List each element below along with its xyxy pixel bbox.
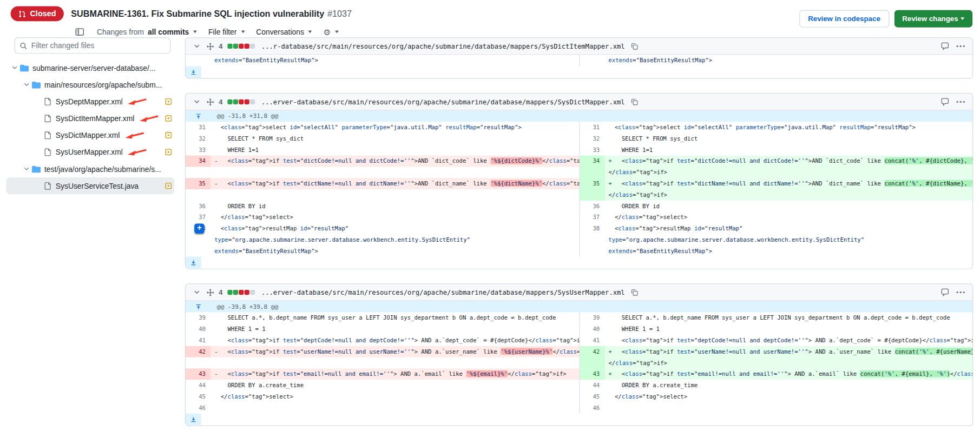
file-icon [44,131,52,140]
line-number[interactable]: 44 [580,380,604,391]
chevron-down-icon [241,31,245,34]
expand-down-button[interactable] [186,257,201,269]
comment-toggle-button[interactable] [939,41,951,51]
line-number[interactable]: 40 [186,323,211,335]
expand-down-button[interactable] [186,66,201,78]
line-number[interactable]: 37 [186,212,211,223]
code-line: SELECT * FROM sys_dict [214,133,579,144]
line-number[interactable]: 45 [186,391,211,402]
line-number[interactable]: 32 [186,133,211,144]
tree-file-sysdictitemmapper-xml[interactable]: SysDictItemMapper.xml [6,110,175,127]
line-number[interactable]: 43 [186,368,211,380]
diff-settings-dropdown[interactable]: ⚙ [324,27,339,36]
line-number[interactable]: 46 [580,402,604,414]
expand-hunk-button[interactable] [186,301,211,313]
line-number[interactable]: 35 [580,178,604,201]
tree-file-sysuserservicetest-java[interactable]: SysUserServiceTest.java [6,177,175,194]
line-number[interactable]: 34 [186,156,211,167]
line-number[interactable]: +38 [186,223,211,256]
expand-down-icon [190,259,197,266]
line-number[interactable]: 43 [580,368,604,380]
line-number[interactable]: 40 [580,323,604,335]
line-number[interactable]: 35 [186,178,211,189]
line-number[interactable]: 31 [580,122,604,133]
line-number[interactable]: 36 [186,201,211,212]
diff-row: 39 SELECT a.*, b.dept_name FROM sys_user… [186,312,972,323]
tree-folder-submarine-server-server-database[interactable]: submarine-server/server-database/... [6,59,175,76]
file-options-button[interactable] [955,44,966,48]
line-number[interactable]: 44 [186,380,211,391]
conversations-dropdown[interactable]: Conversations [256,28,312,36]
line-number[interactable]: 37 [580,212,604,223]
line-number[interactable] [186,55,211,67]
file-options-button[interactable] [955,290,966,294]
file-tree-toggle-button[interactable] [74,27,85,37]
diff-row: 33 WHERE 1=133 WHERE 1=1 [186,144,972,156]
drag-handle[interactable] [206,98,214,106]
tree-folder-main-resources-org-apache-subm[interactable]: main/resources/org/apache/subm... [6,76,175,93]
diff-row: +38 <class="tag">resultMap id="resultMap… [186,223,972,256]
comment-toggle-button[interactable] [939,287,951,297]
annotation-arrow-icon [138,114,159,122]
line-number[interactable]: 41 [580,335,604,346]
review-in-codespace-button[interactable]: Review in codespace [799,10,889,27]
code-line: ORDER BY a.create_time [214,380,579,391]
copy-path-button[interactable] [629,97,639,106]
tree-file-sysdictmapper-xml[interactable]: SysDictMapper.xml [6,127,175,143]
gear-icon: ⚙ [324,27,331,36]
comment-toggle-button[interactable] [939,97,951,107]
expand-down-button[interactable] [186,414,201,426]
diff-row: 41 <class="tag">if test="deptCode!=null … [186,335,972,346]
tree-folder-test-java-org-apache-submarine-s[interactable]: test/java/org/apache/submarine/s... [6,161,175,177]
collapse-file-button[interactable] [192,288,202,296]
collapse-file-button[interactable] [192,97,202,106]
drag-move-icon [206,98,214,106]
copy-path-button[interactable] [629,42,639,50]
line-number[interactable]: 45 [580,391,604,402]
file-options-button[interactable] [955,100,966,104]
line-number[interactable]: 33 [580,144,604,156]
modified-status-icon [165,149,172,156]
line-number[interactable]: 38 [580,223,604,256]
file-icon [44,148,52,156]
expand-hunk-button[interactable] [186,110,211,122]
line-number[interactable]: 46 [186,402,211,414]
line-number[interactable]: 39 [580,312,604,323]
line-number[interactable]: 39 [186,312,211,323]
copy-icon [630,289,638,296]
line-number[interactable]: 41 [186,335,211,346]
diffstat-squares [227,100,255,104]
file-path-link[interactable]: ...erver-database/src/main/resources/org… [261,289,625,296]
filter-changed-files-input[interactable] [15,37,171,54]
code-line: WHERE 1=1 [214,144,579,156]
tree-file-sysdeptmapper-xml[interactable]: SysDeptMapper.xml [6,93,175,110]
code-line: <class="tag">resultMap id="resultMap" [608,223,972,234]
review-changes-button[interactable]: Review changes [894,10,972,27]
changed-lines-count: 4 [219,289,222,296]
line-number[interactable]: 34 [580,156,604,178]
copy-path-button[interactable] [629,288,639,296]
line-number[interactable]: 32 [580,133,604,144]
pr-header: Closed SUBMARINE-1361. Fix Submarine SQL… [0,0,980,35]
line-number[interactable] [580,55,604,67]
file-path-link[interactable]: ...r-database/src/main/resources/org/apa… [261,43,625,50]
diff-file-header: 4...r-database/src/main/resources/org/ap… [186,38,972,55]
changes-from-dropdown[interactable]: Changes from all commits [97,28,197,36]
file-path-link[interactable]: ...erver-database/src/main/resources/org… [261,98,625,105]
line-number[interactable]: 42 [580,346,604,369]
folder-icon [32,80,41,89]
code-line: </class="tag">if> [608,357,972,369]
file-filter-dropdown[interactable]: File filter [208,28,245,36]
collapse-file-button[interactable] [192,42,202,50]
drag-handle[interactable] [206,288,214,296]
line-number[interactable]: 31 [186,122,211,133]
tree-file-sysusermapper-xml[interactable]: SysUserMapper.xml [6,144,175,161]
line-number[interactable]: 42 [186,346,211,357]
line-number[interactable]: 36 [580,201,604,212]
add-comment-button[interactable]: + [194,223,204,233]
drag-move-icon [206,42,214,50]
diff-panels: 4...r-database/src/main/resources/org/ap… [181,35,980,431]
drag-handle[interactable] [206,42,214,50]
line-number[interactable]: 33 [186,144,211,156]
code-line: SELECT * FROM sys_dict [608,133,972,144]
